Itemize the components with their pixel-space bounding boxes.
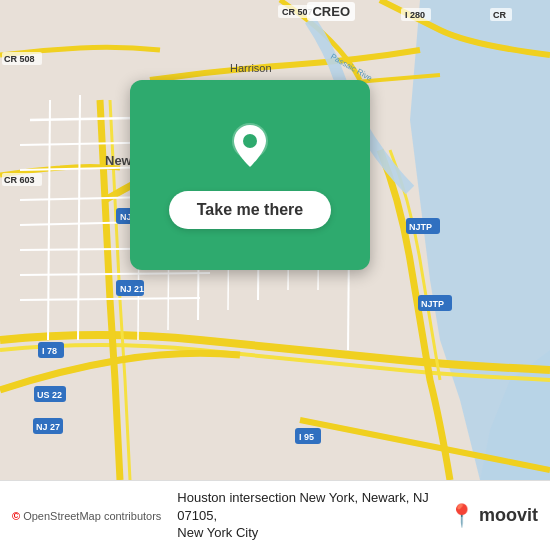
svg-text:I 95: I 95 xyxy=(299,432,314,442)
map-view[interactable]: CR 507 CR 507 CR CR I 280 I 280 CR 508 C… xyxy=(0,0,550,480)
svg-text:NJTP: NJTP xyxy=(421,299,444,309)
svg-text:CR 508: CR 508 xyxy=(4,54,35,64)
svg-text:NJTP: NJTP xyxy=(409,222,432,232)
svg-text:CR: CR xyxy=(493,10,506,20)
moovit-pin-icon: 📍 xyxy=(448,503,475,529)
address-text: Houston intersection New York, Newark, N… xyxy=(177,489,448,542)
svg-text:I 280: I 280 xyxy=(405,10,425,20)
svg-text:NJ 27: NJ 27 xyxy=(36,422,60,432)
svg-text:NJ 21: NJ 21 xyxy=(120,284,144,294)
moovit-logo: 📍 moovit xyxy=(448,503,538,529)
location-card: Take me there xyxy=(130,80,370,270)
svg-point-56 xyxy=(243,134,257,148)
take-me-there-button[interactable]: Take me there xyxy=(169,191,331,229)
creo-badge: CREO xyxy=(307,2,355,21)
svg-text:Harrison: Harrison xyxy=(230,62,272,74)
svg-text:US 22: US 22 xyxy=(37,390,62,400)
svg-text:I 78: I 78 xyxy=(42,346,57,356)
osm-attribution: © OpenStreetMap contributors xyxy=(12,510,161,522)
moovit-label: moovit xyxy=(479,505,538,526)
location-pin-icon xyxy=(224,121,276,173)
footer-bar: © OpenStreetMap contributors Houston int… xyxy=(0,480,550,550)
svg-text:CR 603: CR 603 xyxy=(4,175,35,185)
